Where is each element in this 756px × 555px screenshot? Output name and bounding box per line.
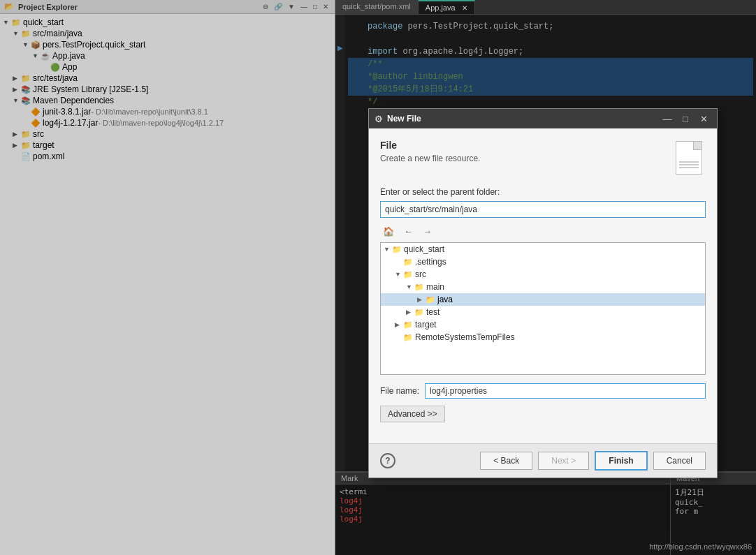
- tree-item[interactable]: 🟢App: [0, 61, 335, 73]
- tree-item-path: - D:\lib\maven-repo\junit\junit\3.8.1: [91, 108, 208, 116]
- help-button[interactable]: ?: [380, 453, 395, 468]
- tab-app-java[interactable]: App.java ✕: [419, 0, 475, 14]
- nav-forward-button[interactable]: →: [420, 225, 435, 238]
- tree-item-label: target: [33, 140, 54, 150]
- tree-item-icon: 🔶: [31, 119, 41, 128]
- terminal-line: for m: [675, 507, 752, 516]
- tree-item-label: log4j-1.2.17.jar: [43, 118, 98, 128]
- tree-box-item-java[interactable]: ▶ 📁 java: [381, 293, 705, 306]
- tree-box-item[interactable]: ▼ 📁 main: [381, 281, 705, 293]
- tree-item-label: quick_start: [23, 17, 64, 27]
- tree-item-icon: 🔶: [31, 108, 41, 117]
- project-explorer-icon: 📂: [4, 2, 14, 11]
- filename-input[interactable]: [425, 383, 706, 399]
- tab-pom-xml[interactable]: quick_start/pom.xml: [335, 0, 419, 14]
- file-icon: [676, 141, 702, 175]
- tree-item[interactable]: ▶📁src/test/java: [0, 73, 335, 84]
- tree-box-item[interactable]: ▶ 📁 target: [381, 318, 705, 331]
- terminal-line: quick_: [675, 498, 752, 507]
- cancel-button[interactable]: Cancel: [653, 452, 706, 470]
- bottom-right-content: 1月21日 quick_ for m: [671, 484, 756, 519]
- dialog-section-title: File: [380, 140, 480, 151]
- tree-item-label: Maven Dependencies: [33, 96, 114, 105]
- dialog-close-button[interactable]: ✕: [696, 112, 711, 125]
- minimize-button[interactable]: —: [298, 2, 310, 11]
- dialog-minimize-button[interactable]: —: [660, 112, 675, 125]
- tree-box-item-label: .settings: [415, 257, 446, 267]
- dialog-titlebar: ⚙ New File — □ ✕: [369, 109, 717, 128]
- code-line: package pers.TestProject.quick_start;: [348, 20, 753, 33]
- folder-path-input[interactable]: [380, 201, 706, 218]
- tree-item-label: junit-3.8.1.jar: [43, 107, 91, 117]
- file-icon-lines: [679, 161, 699, 170]
- tree-item[interactable]: ▼📚Maven Dependencies: [0, 95, 335, 106]
- next-button[interactable]: Next >: [538, 452, 589, 470]
- link-editor-button[interactable]: 🔗: [272, 2, 284, 11]
- dialog-section-desc: Create a new file resource.: [380, 154, 480, 163]
- folder-tree-box[interactable]: ▼ 📁 quick_start 📁 .settings ▼ 📁 src: [380, 242, 706, 375]
- back-button[interactable]: < Back: [480, 452, 532, 470]
- folder-icon: 📁: [403, 320, 413, 330]
- tab-close-icon[interactable]: ✕: [462, 4, 467, 12]
- file-icon-body: [676, 141, 702, 175]
- close-panel-button[interactable]: ✕: [321, 2, 330, 11]
- tree-item-label: src/main/java: [33, 29, 82, 38]
- tree-box-item[interactable]: ▼ 📁 src: [381, 268, 705, 281]
- tree-item[interactable]: ▼📁src/main/java: [0, 28, 335, 39]
- tree-item[interactable]: ▶📚JRE System Library [J2SE-1.5]: [0, 84, 335, 95]
- dialog-body: File Create a new file resource.: [369, 128, 717, 443]
- folder-icon: 📁: [403, 258, 413, 267]
- nav-home-button[interactable]: 🏠: [380, 225, 397, 238]
- terminal-line: 1月21日: [675, 487, 752, 498]
- nav-back-button[interactable]: ←: [401, 225, 416, 238]
- filename-label: File name:: [380, 386, 419, 396]
- code-line: [348, 33, 753, 45]
- tree-item[interactable]: ▶📁src: [0, 128, 335, 140]
- finish-button[interactable]: Finish: [595, 451, 647, 471]
- tree-item[interactable]: 🔶log4j-1.2.17.jar - D:\lib\maven-repo\lo…: [0, 117, 335, 128]
- tree-box-item[interactable]: 📁 RemoteSystemsTempFiles: [381, 331, 705, 343]
- folder-icon: 📁: [403, 270, 413, 279]
- advanced-button[interactable]: Advanced >>: [380, 406, 445, 422]
- dialog-maximize-button[interactable]: □: [678, 112, 693, 125]
- folder-icon: 📁: [403, 333, 413, 342]
- terminal-line: log4j: [340, 515, 666, 524]
- collapse-all-button[interactable]: ⊖: [261, 2, 270, 11]
- bottom-left-panel: Mark <termi log4j log4j log4j: [335, 473, 671, 555]
- gutter-item: [335, 54, 345, 68]
- tree-item[interactable]: ▼☕App.java: [0, 50, 335, 61]
- gutter-item: ▶: [335, 41, 345, 54]
- tree-item[interactable]: ▼📁quick_start: [0, 17, 335, 28]
- gutter-arrow: ▶: [337, 44, 343, 52]
- tree-box-item[interactable]: 📁 .settings: [381, 256, 705, 268]
- tree-item-label: src: [33, 129, 44, 139]
- editor-tab-bar: quick_start/pom.xml App.java ✕: [335, 0, 756, 15]
- view-menu-button[interactable]: ▼: [286, 2, 297, 11]
- code-line: *@author linbingwen: [348, 71, 753, 83]
- tree-item-icon: ☕: [41, 52, 50, 61]
- tab-label: App.java: [426, 3, 456, 12]
- tree-toggle: ▶: [13, 75, 21, 82]
- code-line: /**: [348, 58, 753, 71]
- gutter-item: [335, 68, 345, 81]
- tree-box-item[interactable]: ▶ 📁 test: [381, 306, 705, 318]
- tree-box-item-label: src: [415, 269, 426, 279]
- tree-item[interactable]: ▶📁target: [0, 140, 335, 151]
- folder-icon: 📁: [392, 245, 402, 254]
- tab-label: quick_start/pom.xml: [342, 2, 411, 10]
- tree-box-item[interactable]: ▼ 📁 quick_start: [381, 243, 705, 256]
- dialog-header: File Create a new file resource.: [380, 140, 706, 176]
- tree-item[interactable]: 📄pom.xml: [0, 151, 335, 162]
- code-line: */: [348, 96, 753, 108]
- dialog-title: New File: [387, 114, 655, 124]
- tree-item[interactable]: ▼📦pers.TestProject.quick_start: [0, 39, 335, 50]
- folder-label: Enter or select the parent folder:: [380, 187, 706, 197]
- maximize-button[interactable]: □: [311, 2, 319, 11]
- folder-icon: 📁: [426, 295, 435, 304]
- file-icon-container: [672, 140, 706, 176]
- tree-item-icon: 📁: [21, 74, 31, 83]
- tree-item-icon: 📁: [21, 29, 31, 38]
- tree-toggle: ▼: [13, 30, 21, 37]
- tree-item-label: src/test/java: [33, 73, 78, 83]
- tree-item[interactable]: 🔶junit-3.8.1.jar - D:\lib\maven-repo\jun…: [0, 106, 335, 117]
